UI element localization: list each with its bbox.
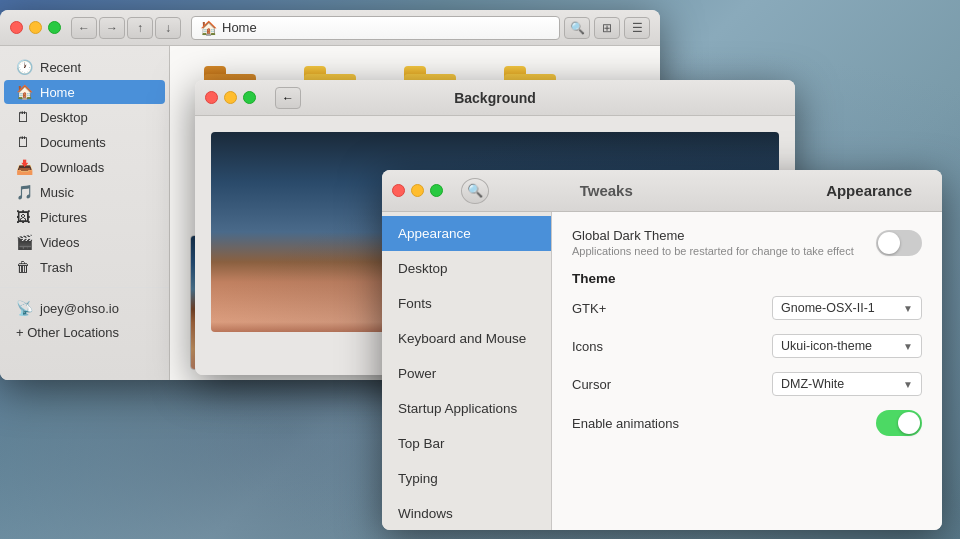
bg-traffic-lights bbox=[205, 91, 256, 104]
tweaks-nav: Appearance Desktop Fonts Keyboard and Mo… bbox=[382, 212, 552, 530]
videos-icon: 🎬 bbox=[16, 234, 32, 250]
global-dark-theme-toggle[interactable] bbox=[876, 230, 922, 256]
global-dark-theme-sublabel: Applications need to be restarted for ch… bbox=[572, 245, 854, 257]
sidebar-label-email: joey@ohso.io bbox=[40, 301, 119, 316]
sidebar-item-documents[interactable]: 🗒 Documents bbox=[4, 130, 165, 154]
sidebar-label-documents: Documents bbox=[40, 135, 106, 150]
up-nav-button[interactable]: ↑ bbox=[127, 17, 153, 39]
icons-dropdown-arrow: ▼ bbox=[903, 341, 913, 352]
gtk-label: GTK+ bbox=[572, 301, 606, 316]
icons-dropdown[interactable]: Ukui-icon-theme ▼ bbox=[772, 334, 922, 358]
animations-toggle[interactable] bbox=[876, 410, 922, 436]
close-button[interactable] bbox=[10, 21, 23, 34]
cursor-label: Cursor bbox=[572, 377, 611, 392]
tweaks-maximize-button[interactable] bbox=[430, 184, 443, 197]
tweaks-minimize-button[interactable] bbox=[411, 184, 424, 197]
sidebar-label-other-locations: + Other Locations bbox=[16, 325, 119, 340]
sidebar-item-recent[interactable]: 🕐 Recent bbox=[4, 55, 165, 79]
gtk-dropdown[interactable]: Gnome-OSX-II-1 ▼ bbox=[772, 296, 922, 320]
location-text: Home bbox=[222, 20, 257, 35]
sidebar-label-pictures: Pictures bbox=[40, 210, 87, 225]
nav-buttons: ← → ↑ ↓ bbox=[71, 17, 181, 39]
sidebar-item-downloads[interactable]: 📥 Downloads bbox=[4, 155, 165, 179]
animations-row: Enable animations bbox=[572, 410, 922, 436]
documents-icon: 🗒 bbox=[16, 134, 32, 150]
gtk-value: Gnome-OSX-II-1 bbox=[781, 301, 875, 315]
tweaks-close-button[interactable] bbox=[392, 184, 405, 197]
gtk-dropdown-arrow: ▼ bbox=[903, 303, 913, 314]
nav-item-appearance[interactable]: Appearance bbox=[382, 216, 551, 251]
sidebar-item-videos[interactable]: 🎬 Videos bbox=[4, 230, 165, 254]
theme-section-title: Theme bbox=[572, 271, 922, 286]
toggle-knob bbox=[898, 412, 920, 434]
grid-view-button[interactable]: ⊞ bbox=[594, 17, 620, 39]
bg-titlebar: ← Background bbox=[195, 80, 795, 116]
user-icon: 📡 bbox=[16, 300, 32, 316]
icons-label: Icons bbox=[572, 339, 603, 354]
downloads-icon: 📥 bbox=[16, 159, 32, 175]
cursor-row: Cursor DMZ-White ▼ bbox=[572, 372, 922, 396]
sidebar-label-videos: Videos bbox=[40, 235, 80, 250]
pictures-icon: 🖼 bbox=[16, 209, 32, 225]
bg-back-button[interactable]: ← bbox=[275, 87, 301, 109]
tweaks-body: Appearance Desktop Fonts Keyboard and Mo… bbox=[382, 212, 942, 530]
sidebar-item-trash[interactable]: 🗑 Trash bbox=[4, 255, 165, 279]
sidebar-label-recent: Recent bbox=[40, 60, 81, 75]
nav-item-desktop[interactable]: Desktop bbox=[382, 251, 551, 286]
cursor-dropdown[interactable]: DMZ-White ▼ bbox=[772, 372, 922, 396]
gtk-row: GTK+ Gnome-OSX-II-1 ▼ bbox=[572, 296, 922, 320]
minimize-button[interactable] bbox=[29, 21, 42, 34]
cursor-dropdown-arrow: ▼ bbox=[903, 379, 913, 390]
tweaks-traffic-lights bbox=[392, 184, 443, 197]
forward-nav-button[interactable]: → bbox=[99, 17, 125, 39]
sidebar-label-home: Home bbox=[40, 85, 75, 100]
bg-maximize-button[interactable] bbox=[243, 91, 256, 104]
nav-item-keyboard-mouse[interactable]: Keyboard and Mouse bbox=[382, 321, 551, 356]
sidebar-label-downloads: Downloads bbox=[40, 160, 104, 175]
tweaks-tab-label[interactable]: Tweaks bbox=[507, 182, 706, 199]
cursor-value: DMZ-White bbox=[781, 377, 844, 391]
sidebar-item-home[interactable]: 🏠 Home bbox=[4, 80, 165, 104]
file-manager-titlebar: ← → ↑ ↓ 🏠 Home 🔍 ⊞ ☰ bbox=[0, 10, 660, 46]
music-icon: 🎵 bbox=[16, 184, 32, 200]
tweaks-titlebar: 🔍 Tweaks Appearance bbox=[382, 170, 942, 212]
nav-item-windows[interactable]: Windows bbox=[382, 496, 551, 530]
titlebar-actions: 🔍 ⊞ ☰ bbox=[564, 17, 650, 39]
sidebar-label-trash: Trash bbox=[40, 260, 73, 275]
down-nav-button[interactable]: ↓ bbox=[155, 17, 181, 39]
nav-item-startup[interactable]: Startup Applications bbox=[382, 391, 551, 426]
sidebar: 🕐 Recent 🏠 Home 🗒 Desktop 🗒 Documents 📥 … bbox=[0, 46, 170, 380]
global-dark-theme-row: Global Dark Theme Applications need to b… bbox=[572, 228, 922, 257]
nav-item-topbar[interactable]: Top Bar bbox=[382, 426, 551, 461]
home-icon: 🏠 bbox=[16, 84, 32, 100]
desktop-icon: 🗒 bbox=[16, 109, 32, 125]
appearance-panel-title: Appearance bbox=[714, 182, 913, 199]
sidebar-label-music: Music bbox=[40, 185, 74, 200]
tweaks-window: 🔍 Tweaks Appearance Appearance Desktop F… bbox=[382, 170, 942, 530]
location-bar[interactable]: 🏠 Home bbox=[191, 16, 560, 40]
icons-row: Icons Ukui-icon-theme ▼ bbox=[572, 334, 922, 358]
sidebar-item-other-locations[interactable]: + Other Locations bbox=[4, 321, 165, 344]
sidebar-label-desktop: Desktop bbox=[40, 110, 88, 125]
recent-icon: 🕐 bbox=[16, 59, 32, 75]
menu-button[interactable]: ☰ bbox=[624, 17, 650, 39]
nav-item-power[interactable]: Power bbox=[382, 356, 551, 391]
nav-item-fonts[interactable]: Fonts bbox=[382, 286, 551, 321]
bg-close-button[interactable] bbox=[205, 91, 218, 104]
sidebar-item-desktop[interactable]: 🗒 Desktop bbox=[4, 105, 165, 129]
trash-icon: 🗑 bbox=[16, 259, 32, 275]
tweaks-content: Global Dark Theme Applications need to b… bbox=[552, 212, 942, 530]
sidebar-item-music[interactable]: 🎵 Music bbox=[4, 180, 165, 204]
maximize-button[interactable] bbox=[48, 21, 61, 34]
icons-value: Ukui-icon-theme bbox=[781, 339, 872, 353]
search-button[interactable]: 🔍 bbox=[564, 17, 590, 39]
nav-item-typing[interactable]: Typing bbox=[382, 461, 551, 496]
back-nav-button[interactable]: ← bbox=[71, 17, 97, 39]
sidebar-item-user-email[interactable]: 📡 joey@ohso.io bbox=[4, 296, 165, 320]
tweaks-title-section: Tweaks bbox=[507, 182, 706, 199]
sidebar-item-pictures[interactable]: 🖼 Pictures bbox=[4, 205, 165, 229]
traffic-lights bbox=[10, 21, 61, 34]
bg-minimize-button[interactable] bbox=[224, 91, 237, 104]
tweaks-search-button[interactable]: 🔍 bbox=[461, 178, 489, 204]
home-icon: 🏠 bbox=[200, 20, 217, 36]
